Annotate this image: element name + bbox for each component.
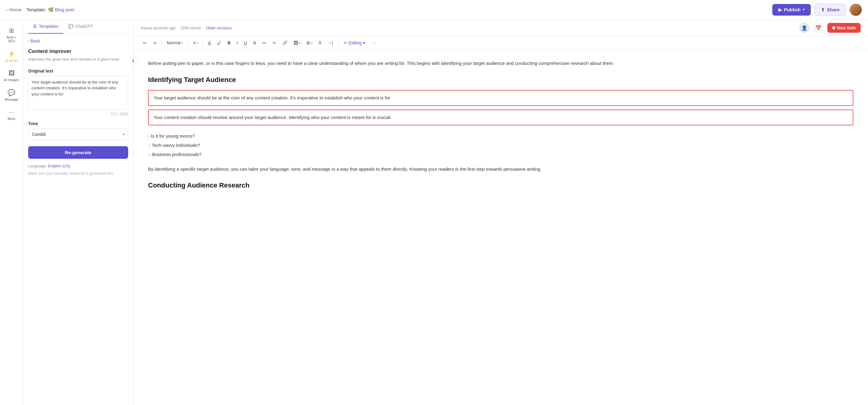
back-chevron-icon: ‹: [28, 39, 29, 43]
table-button[interactable]: ⊞: [304, 39, 315, 47]
panel-wrapper: ☰ Templates 💬 ChatGPT ‹ Back Content imp…: [23, 20, 133, 405]
original-sentence-text: Your target audience should be at the co…: [154, 95, 392, 100]
original-text-label: Original text: [28, 68, 128, 73]
bullet-item-3: ·- Business professionals?: [148, 150, 853, 159]
tool-description: Improves the given text and rewrites in …: [28, 56, 128, 62]
toolbar-divider-3: [203, 40, 203, 46]
warning-text: Make sure you manually review all AI gen…: [28, 171, 128, 176]
toolbar-divider-2: [188, 40, 188, 46]
tone-select-wrapper: Candid Professional Casual Formal Friend…: [28, 128, 128, 140]
original-sentence-container: Your target audience should be at the co…: [148, 90, 853, 106]
templates-tab-icon: ☰: [33, 24, 37, 29]
undo-button[interactable]: ↩: [141, 39, 149, 47]
calendar-icon: 📅: [815, 25, 822, 31]
share-label: Share: [827, 7, 840, 12]
link-button[interactable]: 🔗: [280, 39, 290, 47]
toolbar-divider-1: [161, 40, 162, 46]
tab-templates[interactable]: ☰ Templates: [28, 20, 63, 34]
collapse-icon: ❮: [132, 58, 135, 63]
message-icon: 💬: [8, 89, 15, 96]
redo-button[interactable]: ↪: [151, 39, 159, 47]
text-color-button[interactable]: A: [206, 39, 213, 47]
sidebar-item-brief-seo[interactable]: ⊞ Brief + SEO: [2, 25, 22, 45]
language-line: Language: English (US): [28, 164, 128, 168]
home-link[interactable]: ‹ Home: [6, 7, 22, 12]
sidebar-item-ai-images[interactable]: 🖼 AI Images: [2, 67, 22, 84]
top-bar: ‹ Home Template: 🌿 Blog post ▶ Publish ▾…: [0, 0, 868, 20]
new-item-dot: [832, 26, 835, 29]
bold-button[interactable]: B: [225, 39, 233, 47]
templates-tab-label: Templates: [39, 24, 58, 29]
highlight-button[interactable]: 🖊: [215, 39, 224, 47]
editing-mode-button[interactable]: ✏ Editing ▾: [341, 39, 368, 47]
ai-sentence-text: Your content creation should revolve aro…: [154, 115, 392, 120]
more-icon: ···: [9, 108, 14, 116]
bullet-list-button[interactable]: ≔: [260, 39, 269, 47]
top-bar-right: ▶ Publish ▾ ⬆ Share: [772, 4, 862, 16]
language-link[interactable]: English (US): [48, 164, 70, 168]
word-count: 2264 words: [181, 26, 201, 30]
home-label: Home: [9, 7, 22, 12]
person-icon: 👤: [801, 25, 807, 31]
ai-images-icon: 🖼: [8, 70, 15, 77]
edit-icon: ✏: [344, 40, 347, 45]
regenerate-button[interactable]: Re-generate: [28, 146, 128, 159]
original-text-input[interactable]: [28, 76, 128, 110]
older-versions-link[interactable]: Older versions: [206, 26, 231, 30]
section2-title: Conducting Audience Research: [148, 181, 853, 189]
sidebar-item-ai-writer[interactable]: ⚡ AI Writer: [2, 48, 22, 65]
format-style-label: Normal: [167, 40, 181, 45]
tab-chatgpt[interactable]: 💬 ChatGPT: [63, 20, 98, 34]
section1-title: Identifying Target Audience: [148, 76, 853, 84]
italic-button[interactable]: I: [234, 39, 240, 47]
bullet-item-2: ·: Tech-savvy individuals?: [148, 141, 853, 150]
blog-post-label: Blog post: [55, 7, 74, 12]
bullet-list: - Is it for young moms? ·: Tech-savvy in…: [148, 131, 853, 159]
intro-paragraph: Before putting pen to paper, or in this …: [148, 59, 853, 67]
editing-label: Editing: [349, 40, 362, 45]
indent-button[interactable]: →|: [325, 39, 336, 47]
panel-inner: ‹ Back Content improver Improves the giv…: [23, 34, 133, 405]
avatar[interactable]: [850, 4, 862, 16]
format-style-button[interactable]: Normal: [164, 39, 185, 47]
editor-avatar-placeholder[interactable]: 👤: [799, 23, 810, 33]
share-button[interactable]: ⬆ Share: [814, 4, 846, 16]
ai-writer-icon: ⚡: [8, 50, 15, 58]
blog-post-link[interactable]: 🌿 Blog post: [48, 7, 74, 12]
publish-label: Publish: [784, 7, 800, 12]
panel-tabs: ☰ Templates 💬 ChatGPT: [23, 20, 133, 34]
more-options-button[interactable]: ···: [369, 39, 378, 47]
sidebar-item-more[interactable]: ··· More: [2, 106, 22, 123]
panel-collapse-button[interactable]: ❮: [129, 56, 137, 65]
template-text: Template:: [26, 7, 46, 12]
editor-toolbar-left: Saved seconds ago 2264 words Older versi…: [141, 26, 231, 30]
tool-title: Content improver: [28, 48, 128, 55]
body-paragraph: By identifying a specific target audienc…: [148, 165, 853, 173]
editor-toolbar-right: 👤 📅 New Item: [799, 23, 861, 33]
text-align-button[interactable]: ≡: [190, 39, 200, 47]
publish-button[interactable]: ▶ Publish ▾: [772, 4, 811, 15]
original-sentence-box: Your target audience should be at the co…: [148, 90, 853, 106]
back-link[interactable]: ‹ Back: [28, 38, 128, 43]
tone-select[interactable]: Candid Professional Casual Formal Friend…: [28, 128, 128, 140]
regenerate-label: Re-generate: [65, 150, 91, 155]
format-toolbar: ↩ ↪ Normal ≡ A 🖊 B I U S ≔ ≒ 🔗 🖼 ⊞ T̶: [133, 36, 868, 50]
ordered-list-button[interactable]: ≒: [270, 39, 279, 47]
ai-sentence-container: Your content creation should revolve aro…: [148, 110, 853, 125]
underline-button[interactable]: U: [242, 39, 250, 47]
editor-area: Saved seconds ago 2264 words Older versi…: [133, 20, 868, 405]
chatgpt-tab-label: ChatGPT: [75, 24, 93, 29]
text-color-icon: A: [208, 40, 211, 45]
blog-icon: 🌿: [48, 7, 54, 12]
template-label: Template: 🌿 Blog post: [26, 7, 74, 12]
calendar-button[interactable]: 📅: [813, 23, 824, 33]
share-icon: ⬆: [821, 7, 825, 12]
new-item-button[interactable]: New Item: [827, 23, 861, 33]
sidebar-item-message[interactable]: 💬 Message: [2, 87, 22, 104]
image-button[interactable]: 🖼: [291, 39, 303, 47]
highlight-icon: 🖊: [217, 40, 221, 45]
tone-label: Tone: [28, 121, 128, 126]
chevron-left-icon: ‹: [6, 8, 7, 12]
strikethrough-button[interactable]: S: [251, 39, 258, 47]
clear-format-button[interactable]: T̶: [316, 39, 324, 47]
